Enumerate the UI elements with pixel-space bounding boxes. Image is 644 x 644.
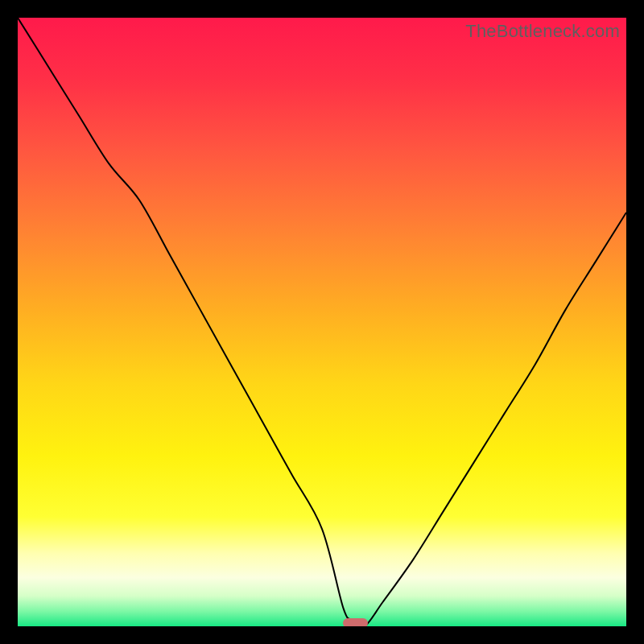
chart-frame: TheBottleneck.com <box>0 0 644 644</box>
bottleneck-curve <box>18 18 626 626</box>
plot-area: TheBottleneck.com <box>18 18 626 626</box>
bottleneck-marker <box>343 618 367 626</box>
